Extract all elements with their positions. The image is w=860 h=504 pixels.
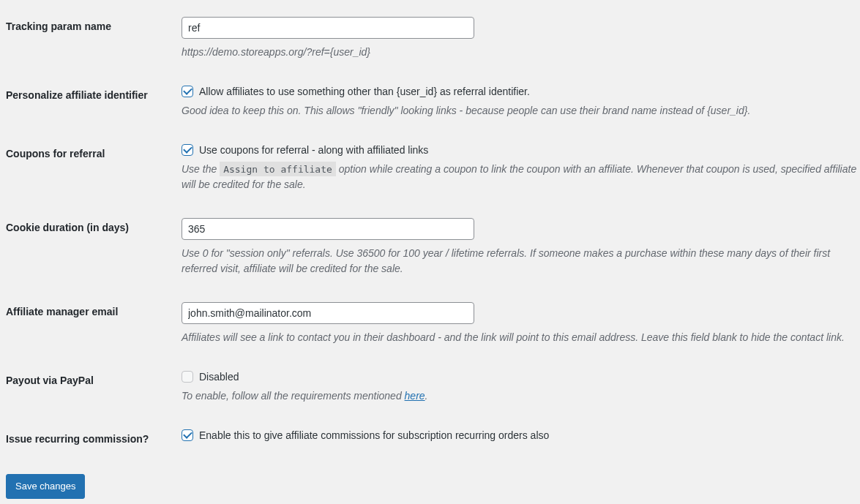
personalize-identifier-checkbox[interactable] xyxy=(182,86,193,97)
coupons-referral-description: Use the Assign to affiliate option while… xyxy=(182,162,859,192)
cookie-duration-description: Use 0 for "session only" referrals. Use … xyxy=(182,246,859,277)
manager-email-input[interactable] xyxy=(182,302,474,324)
personalize-identifier-label: Personalize affiliate identifier xyxy=(6,75,182,133)
assign-to-affiliate-code: Assign to affiliate xyxy=(220,162,336,176)
row-payout-paypal: Payout via PayPal Disabled To enable, fo… xyxy=(6,360,860,418)
payout-paypal-checkbox-label: Disabled xyxy=(199,371,239,383)
recurring-commission-label: Issue recurring commission? xyxy=(6,418,182,459)
coupons-referral-checkbox[interactable] xyxy=(182,144,193,156)
row-cookie-duration: Cookie duration (in days) Use 0 for "ses… xyxy=(6,207,860,291)
coupons-referral-checkbox-label: Use coupons for referral - along with af… xyxy=(199,144,428,156)
payout-paypal-description: To enable, follow all the requirements m… xyxy=(182,388,859,404)
personalize-identifier-description: Good idea to keep this on. This allows "… xyxy=(182,103,859,119)
row-manager-email: Affiliate manager email Affiliates will … xyxy=(6,291,860,360)
cookie-duration-input[interactable] xyxy=(182,218,474,240)
manager-email-description: Affiliates will see a link to contact yo… xyxy=(182,330,859,345)
payout-paypal-here-link[interactable]: here xyxy=(405,390,425,402)
coupons-referral-label: Coupons for referral xyxy=(6,133,182,207)
settings-form-table: Tracking param name https://demo.storeap… xyxy=(6,6,860,459)
cookie-duration-label: Cookie duration (in days) xyxy=(6,207,182,291)
recurring-commission-checkbox-label: Enable this to give affiliate commission… xyxy=(199,429,549,441)
personalize-identifier-checkbox-label: Allow affiliates to use something other … xyxy=(199,86,530,97)
recurring-commission-checkbox[interactable] xyxy=(182,429,193,441)
manager-email-label: Affiliate manager email xyxy=(6,291,182,360)
row-recurring-commission: Issue recurring commission? Enable this … xyxy=(6,418,860,459)
tracking-param-label: Tracking param name xyxy=(6,6,182,75)
row-tracking-param: Tracking param name https://demo.storeap… xyxy=(6,6,860,75)
payout-paypal-label: Payout via PayPal xyxy=(6,360,182,418)
tracking-param-description: https://demo.storeapps.org/?ref={user_id… xyxy=(182,45,859,60)
row-coupons-referral: Coupons for referral Use coupons for ref… xyxy=(6,133,860,207)
row-personalize-identifier: Personalize affiliate identifier Allow a… xyxy=(6,75,860,133)
payout-paypal-checkbox xyxy=(182,371,193,383)
save-changes-button[interactable]: Save changes xyxy=(6,474,85,499)
tracking-param-input[interactable] xyxy=(182,17,474,39)
